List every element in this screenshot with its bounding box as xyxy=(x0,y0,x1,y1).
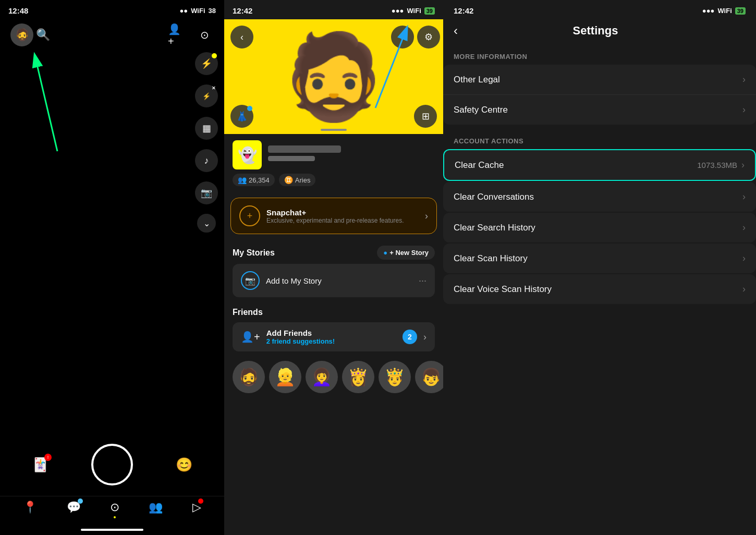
other-legal-chevron: › xyxy=(742,74,746,85)
stories-title: My Stories xyxy=(233,248,275,258)
memories-button[interactable]: 🃏 ! xyxy=(32,457,48,473)
status-bar-profile: 12:42 ●●● WiFi 39 xyxy=(224,0,443,19)
outfit-button[interactable]: 👗 xyxy=(230,105,253,128)
friend-count-tag: 👥 26,354 xyxy=(233,174,275,186)
map-nav-button[interactable]: 📍 xyxy=(23,501,37,514)
camera-screen: 12:48 ●● WiFi 38 🧔 🔍 👤+ ⊙ ⚡ ⚡ xyxy=(0,0,224,535)
star-sign-tag: ♊ Aries xyxy=(279,174,316,186)
signal-icon: ●● xyxy=(179,7,188,15)
story-ring-button[interactable]: ⊙ xyxy=(195,26,214,44)
battery-settings: 39 xyxy=(735,7,746,15)
friends-nav-button[interactable]: 👥 xyxy=(149,501,163,514)
camera-nav-button[interactable]: ⊙ xyxy=(110,501,119,514)
settings-header: ‹ Settings xyxy=(443,19,756,46)
friend-avatar-3[interactable]: 👩‍🦱 xyxy=(306,361,338,393)
wifi-icon: WiFi xyxy=(191,7,205,15)
bottom-navigation: 📍 💬 ⊙ 👥 ▷ xyxy=(0,496,224,527)
clear-conversations-item[interactable]: Clear Conversations › xyxy=(443,182,756,212)
arrow-annotation xyxy=(10,31,115,177)
new-story-button[interactable]: ● + New Story xyxy=(377,246,435,260)
friend-avatar-4[interactable]: 👸 xyxy=(342,361,374,393)
memories-badge: ! xyxy=(44,454,52,461)
fx-button[interactable]: ⚡ ✕ xyxy=(195,84,218,107)
music-button[interactable]: ♪ xyxy=(195,149,218,172)
time-profile: 12:42 xyxy=(233,6,252,15)
username-area xyxy=(268,145,435,164)
add-friends-row[interactable]: 👤+ Add Friends 2 friend suggestions! 2 › xyxy=(233,322,435,351)
tags-row: 👥 26,354 ♊ Aries xyxy=(233,174,435,186)
top-bar-camera: 🧔 🔍 👤+ ⊙ xyxy=(0,19,224,51)
more-info-group: Other Legal › Safety Centre › xyxy=(443,65,756,125)
snapchat-plus-banner[interactable]: + Snapchat+ Exclusive, experimental and … xyxy=(230,198,437,234)
clear-cache-chevron: › xyxy=(741,160,745,171)
time-settings: 12:42 xyxy=(454,6,473,15)
friend-avatar-5[interactable]: 🤴 xyxy=(379,361,411,393)
safety-centre-chevron: › xyxy=(742,104,746,115)
clear-search-chevron: › xyxy=(742,222,746,233)
stories-nav-button[interactable]: ▷ xyxy=(192,501,201,514)
safety-centre-item[interactable]: Safety Centre › xyxy=(443,95,756,125)
signal-settings: ●●● xyxy=(702,7,715,15)
friend-avatar-6[interactable]: 👦 xyxy=(415,361,443,393)
filmstrip-button[interactable]: ▦ xyxy=(195,117,218,140)
plus-chevron: › xyxy=(425,211,428,222)
status-icons-profile: ●●● WiFi 39 xyxy=(392,7,435,15)
friends-avatars: 🧔 👱 👩‍🦱 👸 🤴 👦 👱 xyxy=(224,356,443,398)
scroll-indicator xyxy=(321,129,347,131)
back-button-profile[interactable]: ‹ xyxy=(230,26,253,48)
add-to-story-item[interactable]: 📷 Add to My Story ··· xyxy=(233,264,435,297)
more-info-label: MORE INFORMATION xyxy=(443,46,756,65)
shutter-button[interactable] xyxy=(91,444,133,485)
svg-line-3 xyxy=(375,35,404,108)
battery-profile: 39 xyxy=(424,7,435,15)
add-to-story-label: Add to My Story xyxy=(266,276,412,285)
time-camera: 12:48 xyxy=(8,6,28,15)
add-friends-icon: 👤+ xyxy=(241,331,260,343)
clear-voice-scan-history-item[interactable]: Clear Voice Scan History › xyxy=(443,274,756,304)
svg-line-1 xyxy=(36,63,57,151)
story-options[interactable]: ··· xyxy=(419,275,426,286)
wifi-profile: WiFi xyxy=(407,7,421,15)
friends-badge: 2 xyxy=(403,330,417,344)
friend-avatar-1[interactable]: 🧔 xyxy=(233,361,265,393)
search-button[interactable]: 🔍 xyxy=(33,26,52,44)
clear-cache-item[interactable]: Clear Cache 1073.53MB › xyxy=(443,149,756,181)
profile-info: 👻 👥 26,354 ♊ Aries xyxy=(224,134,443,192)
status-icons-camera: ●● WiFi 38 xyxy=(179,7,216,15)
active-dot xyxy=(212,53,217,58)
status-icons-settings: ●●● WiFi 39 xyxy=(702,7,746,15)
add-friends-chevron: › xyxy=(423,332,426,343)
other-legal-item[interactable]: Other Legal › xyxy=(443,65,756,95)
flash-button[interactable]: ⚡ xyxy=(195,52,218,75)
outfit-dot xyxy=(247,106,252,111)
bitmoji-button[interactable]: 😊 xyxy=(176,457,192,473)
clear-conversations-chevron: › xyxy=(742,191,746,202)
clear-scan-history-item[interactable]: Clear Scan History › xyxy=(443,244,756,273)
profile-avatar[interactable]: 🧔 xyxy=(10,23,33,46)
account-actions-label: ACCOUNT ACTIONS xyxy=(443,131,756,149)
back-button-settings[interactable]: ‹ xyxy=(454,23,458,38)
profile-hero: 🧔 ‹ ⬆ ⚙ 👗 ⊞ xyxy=(224,19,443,134)
clear-voice-scan-chevron: › xyxy=(742,284,746,295)
more-options-button[interactable]: ⌄ xyxy=(197,214,216,233)
profile-name-row: 👻 xyxy=(233,140,435,169)
signal-profile: ●●● xyxy=(392,7,404,15)
lens-button[interactable]: 📷 xyxy=(195,181,218,204)
home-indicator xyxy=(81,529,143,531)
wifi-settings: WiFi xyxy=(717,7,731,15)
add-friend-button[interactable]: 👤+ xyxy=(168,26,187,44)
side-icons-panel: ⚡ ⚡ ✕ ▦ ♪ 📷 ⌄ xyxy=(195,52,218,233)
clear-search-history-item[interactable]: Clear Search History › xyxy=(443,213,756,242)
friends-title: Friends xyxy=(233,308,435,317)
more-info-section: MORE INFORMATION Other Legal › Safety Ce… xyxy=(443,46,756,125)
chat-badge xyxy=(78,498,83,504)
stories-badge xyxy=(198,498,203,504)
friend-avatar-2[interactable]: 👱 xyxy=(269,361,301,393)
battery-icon: 38 xyxy=(209,7,216,15)
chat-nav-button[interactable]: 💬 xyxy=(67,501,81,514)
my-stories-section: My Stories ● + New Story 📷 Add to My Sto… xyxy=(224,239,443,303)
status-bar-camera: 12:48 ●● WiFi 38 xyxy=(0,0,224,19)
handle-blur xyxy=(268,156,315,161)
snapcode: 👻 xyxy=(233,140,262,169)
plus-text: Snapchat+ Exclusive, experimental and pr… xyxy=(266,208,419,224)
